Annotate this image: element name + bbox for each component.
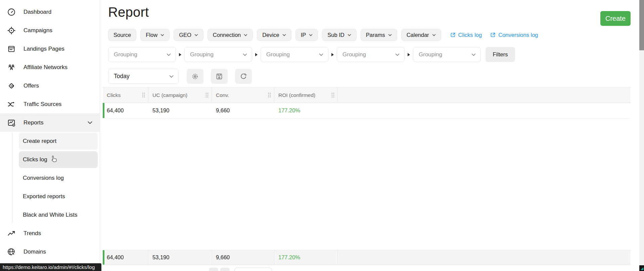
table-row: 64,400 53,190 9,660 177.20% <box>103 103 631 118</box>
filters-button[interactable]: Filters <box>486 47 515 62</box>
table-header-row: Clicks UC (campaign) Conv. ROI (confirme… <box>103 87 631 103</box>
scrollbar-thumb[interactable] <box>639 0 644 50</box>
sidebar-item-reports[interactable]: Reports <box>0 113 100 132</box>
filter-chip-calendar[interactable]: Calendar <box>401 29 441 41</box>
chip-label: Params <box>366 32 385 38</box>
date-range-value: Today <box>114 73 130 80</box>
filter-chip-source[interactable]: Source <box>108 29 136 41</box>
sidebar-item-domains[interactable]: Domains <box>0 242 100 261</box>
chip-label: Source <box>113 32 131 38</box>
sidebar-subitem-clicks-log[interactable]: Clicks log <box>0 150 100 169</box>
row-accent-bar <box>103 250 104 265</box>
grouping-select-2[interactable]: Grouping <box>184 47 252 62</box>
report-chart-icon <box>7 118 16 127</box>
column-header-conv[interactable]: Conv. <box>212 88 274 103</box>
chip-label: Sub ID <box>327 32 344 38</box>
caret-right-icon <box>179 53 181 56</box>
reports-submenu: Create report Clicks log Conversions log… <box>0 132 100 224</box>
chevron-down-icon <box>244 34 247 36</box>
sidebar-item-label: Traffic Sources <box>24 101 61 108</box>
filter-chip-device[interactable]: Device <box>257 29 291 41</box>
sidebar-item-affiliate-networks[interactable]: Affiliate Networks <box>0 58 100 76</box>
sidebar-item-landings[interactable]: Landings Pages <box>0 40 100 58</box>
grouping-select-3[interactable]: Grouping <box>261 47 328 62</box>
filter-chip-subid[interactable]: Sub ID <box>322 29 356 41</box>
sidebar-item-dashboard[interactable]: Dashboard <box>0 3 100 21</box>
chevron-down-icon <box>319 53 323 56</box>
column-header-uc-campaign[interactable]: UC (campaign) <box>148 88 212 103</box>
chevron-down-icon <box>388 34 392 36</box>
pagination-prev-button[interactable] <box>209 268 218 271</box>
sidebar-item-campaigns[interactable]: Campaigns <box>0 21 100 40</box>
scrollbar-corner <box>639 265 644 271</box>
column-header-spacer <box>338 88 631 103</box>
column-header-roi-confirmed[interactable]: ROI (confirmed) <box>274 88 338 103</box>
price-tag-icon: $ <box>7 82 16 90</box>
gear-icon <box>191 72 199 80</box>
resize-grip-icon <box>641 267 643 270</box>
filter-chip-ip[interactable]: IP <box>295 29 318 41</box>
clicks-log-link[interactable]: Clicks log <box>450 32 482 38</box>
report-table: Clicks UC (campaign) Conv. ROI (confirme… <box>103 87 631 118</box>
rows-per-page-select[interactable] <box>234 268 272 271</box>
sidebar-item-label: Domains <box>24 249 46 255</box>
sidebar-subitem-black-white-lists[interactable]: Black and White Lists <box>0 206 100 224</box>
column-label: ROI (confirmed) <box>278 92 315 98</box>
drag-handle-icon[interactable] <box>268 92 271 98</box>
conversions-log-link[interactable]: Conversions log <box>490 32 538 38</box>
column-label: UC (campaign) <box>152 92 187 98</box>
subitem-label: Conversions log <box>19 170 98 186</box>
refresh-button[interactable] <box>235 69 252 84</box>
save-floppy-icon <box>215 72 223 80</box>
sidebar-subitem-create-report[interactable]: Create report <box>0 132 100 150</box>
pagination-next-button[interactable] <box>220 268 230 271</box>
total-roi-confirmed: 177.20% <box>274 250 338 265</box>
sidebar-item-label: Landings Pages <box>24 46 64 52</box>
report-settings-button[interactable] <box>187 69 203 84</box>
total-conv: 9,660 <box>212 250 274 265</box>
column-header-clicks[interactable]: Clicks <box>103 88 148 103</box>
filter-chip-params[interactable]: Params <box>361 29 397 41</box>
main-content: Report Create Source Flow GEO Connection… <box>100 0 644 271</box>
column-label: Conv. <box>216 92 229 98</box>
grouping-select-1[interactable]: Grouping <box>108 47 176 62</box>
link-label: Clicks log <box>458 32 482 38</box>
grouping-select-5[interactable]: Grouping <box>413 47 481 62</box>
chip-label: Connection <box>213 32 241 38</box>
sidebar-item-label: Trends <box>24 230 41 237</box>
date-range-select[interactable]: Today <box>108 69 179 84</box>
sidebar: Dashboard Campaigns Landings Pages Affil… <box>0 0 100 271</box>
chevron-down-icon <box>243 53 247 56</box>
chip-label: Calendar <box>407 32 429 38</box>
grouping-row: Grouping Grouping Grouping Grouping Grou… <box>108 47 515 62</box>
sidebar-item-traffic-sources[interactable]: Traffic Sources <box>0 95 100 113</box>
landing-pages-icon <box>7 45 16 53</box>
drag-handle-icon[interactable] <box>331 92 335 98</box>
save-report-button[interactable] <box>211 69 228 84</box>
filter-chip-geo[interactable]: GEO <box>174 29 203 41</box>
chip-label: IP <box>301 32 306 38</box>
total-clicks: 64,400 <box>103 250 148 265</box>
grouping-select-4[interactable]: Grouping <box>337 47 405 62</box>
sidebar-subitem-conversions-log[interactable]: Conversions log <box>0 169 100 187</box>
column-label: Clicks <box>107 92 121 98</box>
drag-handle-icon[interactable] <box>205 92 209 98</box>
link-label: Conversions log <box>498 32 538 38</box>
filter-chips-row: Source Flow GEO Connection Device IP Sub… <box>108 29 538 41</box>
table-totals-row: 64,400 53,190 9,660 177.20% <box>103 250 631 265</box>
chevron-down-icon <box>309 34 313 36</box>
chevron-down-icon <box>282 34 286 36</box>
chevron-down-icon <box>348 34 351 36</box>
page-title: Report <box>108 5 149 20</box>
sidebar-item-offers[interactable]: $ Offers <box>0 76 100 95</box>
chevron-down-icon <box>169 75 174 78</box>
cell-uc-campaign: 53,190 <box>148 107 212 114</box>
sidebar-item-label: Dashboard <box>24 9 51 15</box>
sidebar-item-trends[interactable]: Trends <box>0 224 100 242</box>
filter-chip-flow[interactable]: Flow <box>140 29 170 41</box>
chevron-down-icon <box>194 34 198 36</box>
drag-handle-icon[interactable] <box>142 92 145 98</box>
sidebar-subitem-exported-reports[interactable]: Exported reports <box>0 187 100 206</box>
create-button[interactable]: Create <box>600 11 631 26</box>
filter-chip-connection[interactable]: Connection <box>208 29 253 41</box>
